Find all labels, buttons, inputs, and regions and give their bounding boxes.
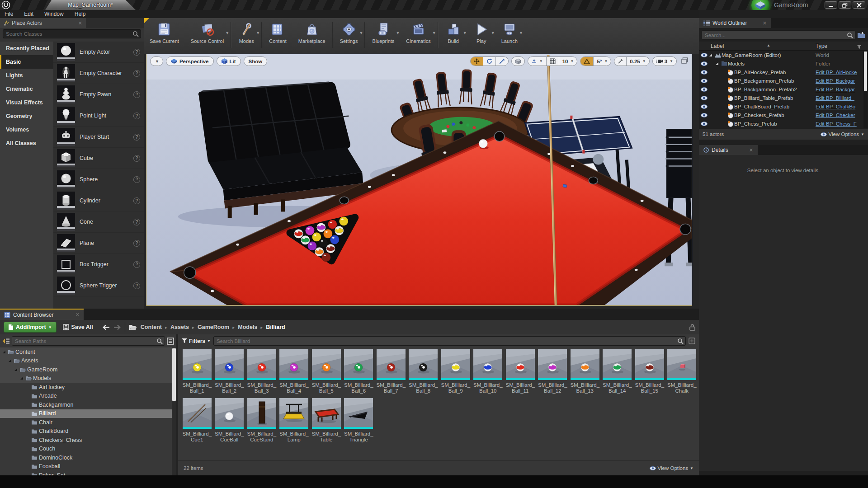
category-lights[interactable]: Lights: [0, 69, 53, 82]
help-icon[interactable]: ?: [133, 91, 140, 98]
visibility-eye-icon[interactable]: [699, 79, 709, 83]
level-tab[interactable]: Map_GameRoom*: [45, 0, 136, 10]
asset-chalk[interactable]: SM_Billiard_Chalk: [666, 349, 698, 394]
place-item-empty-character[interactable]: Empty Character?: [53, 63, 144, 84]
outliner-search-field[interactable]: [702, 30, 855, 40]
asset-ball_3[interactable]: SM_Billiard_Ball_3: [245, 349, 278, 394]
content-button[interactable]: Content: [263, 21, 292, 45]
dropdown-caret-icon[interactable]: ▼: [463, 31, 467, 35]
minimize-button[interactable]: [825, 1, 837, 9]
help-icon[interactable]: ?: [133, 282, 140, 289]
source-control-button[interactable]: Source Control▼: [185, 21, 230, 45]
folder-backgammon[interactable]: Backgammon: [0, 400, 176, 409]
edit-blueprint-link[interactable]: Edit BP_AirHocke: [816, 70, 857, 75]
place-item-cylinder[interactable]: Cylinder?: [53, 190, 144, 211]
asset-ball_14[interactable]: SM_Billiard_Ball_14: [601, 349, 634, 394]
edit-blueprint-link[interactable]: Edit BP_Billiard_: [816, 95, 854, 101]
edit-blueprint-link[interactable]: Edit BP_ChalkBo: [816, 104, 855, 109]
help-icon[interactable]: ?: [133, 197, 140, 204]
category-basic[interactable]: Basic: [0, 55, 53, 69]
viewport-mode-button[interactable]: Perspective: [166, 56, 214, 66]
breadcrumb-content[interactable]: Content: [141, 324, 162, 330]
dropdown-caret-icon[interactable]: ▼: [359, 31, 363, 35]
breadcrumb-billiard[interactable]: Billiard: [266, 324, 285, 330]
view-lit-button[interactable]: Lit: [217, 56, 241, 66]
settings-button[interactable]: Settings▼: [334, 21, 364, 45]
restore-button[interactable]: [839, 1, 851, 9]
expanded-arrow-icon[interactable]: [715, 61, 720, 66]
add-import-button[interactable]: Add/Import▼: [4, 322, 57, 333]
blueprints-button[interactable]: Blueprints▼: [366, 21, 400, 45]
help-icon[interactable]: ?: [133, 134, 140, 141]
grid-snap-value[interactable]: 10▼: [559, 57, 577, 66]
folder-checkers_chess[interactable]: Checkers_Chess: [0, 436, 176, 445]
asset-ball_6[interactable]: SM_Billiard_Ball_6: [343, 349, 375, 394]
close-button[interactable]: [853, 1, 865, 9]
dropdown-caret-icon[interactable]: ▼: [396, 31, 400, 35]
help-icon[interactable]: ?: [133, 261, 140, 268]
outliner-row-map-gameroom-editor-[interactable]: Map_GameRoom (Editor)World: [699, 51, 868, 59]
help-icon[interactable]: ?: [133, 70, 140, 77]
asset-ball_12[interactable]: SM_Billiard_Ball_12: [537, 349, 569, 394]
assets-view-options[interactable]: View Options▼: [650, 465, 693, 471]
folder-chalkboard[interactable]: ChalkBoard: [0, 427, 176, 436]
outliner-row-bp-backgammon-prefab2[interactable]: BP_Backgammon_Prefab2Edit BP_Backgar: [699, 85, 868, 94]
asset-lamp[interactable]: SM_Billiard_Lamp: [278, 398, 311, 443]
folder-arcade[interactable]: Arcade: [0, 392, 176, 401]
asset-ball_1[interactable]: SM_Billiard_Ball_1: [181, 349, 213, 394]
visibility-eye-icon[interactable]: [699, 53, 709, 57]
breadcrumb-assets[interactable]: Assets: [170, 324, 189, 330]
collapse-sources-icon[interactable]: [2, 338, 10, 345]
rotation-snap-toggle[interactable]: [580, 57, 594, 66]
search-assets-field[interactable]: [213, 336, 686, 346]
scale-snap-toggle[interactable]: [614, 57, 627, 66]
help-icon[interactable]: ?: [133, 155, 140, 162]
asset-ball_15[interactable]: SM_Billiard_Ball_15: [633, 349, 666, 394]
help-icon[interactable]: ?: [133, 240, 140, 247]
visibility-eye-icon[interactable]: [699, 96, 709, 100]
viewport[interactable]: ▼ Perspective Lit Show: [146, 54, 692, 306]
lock-icon[interactable]: [689, 324, 695, 331]
folder-foosball[interactable]: Foosball: [0, 462, 176, 471]
play-button[interactable]: Play▼: [467, 21, 495, 45]
visibility-eye-icon[interactable]: [699, 70, 709, 75]
expanded-arrow-icon[interactable]: [19, 376, 24, 380]
category-visual-effects[interactable]: Visual Effects: [0, 96, 53, 109]
menu-edit[interactable]: Edit: [19, 11, 39, 17]
outliner-row-bp-checkers-prefab[interactable]: BP_Checkers_PrefabEdit BP_Checker: [699, 111, 868, 119]
show-flags-button[interactable]: Show: [244, 56, 268, 66]
folder-models[interactable]: Models: [0, 374, 176, 383]
tab-content-browser[interactable]: Content Browser ✕: [0, 309, 84, 320]
asset-ball_4[interactable]: SM_Billiard_Ball_4: [278, 349, 311, 394]
asset-ball_7[interactable]: SM_Billiard_Ball_7: [375, 349, 407, 394]
dropdown-caret-icon[interactable]: ▼: [432, 31, 436, 35]
menu-help[interactable]: Help: [69, 11, 91, 17]
close-tab-icon[interactable]: ✕: [763, 20, 767, 26]
close-tab-icon[interactable]: ✕: [78, 20, 82, 26]
place-item-sphere[interactable]: Sphere?: [53, 169, 144, 190]
asset-ball_11[interactable]: SM_Billiard_Ball_11: [504, 349, 537, 394]
folder-gameroom[interactable]: GameRoom: [0, 365, 176, 374]
outliner-row-bp-airhockey-prefab[interactable]: BP_AirHockey_PrefabEdit BP_AirHocke: [699, 68, 868, 76]
camera-speed-button[interactable]: 3▼: [653, 57, 676, 66]
modes-button[interactable]: Modes▼: [232, 21, 260, 45]
folder-chair[interactable]: Chair: [0, 418, 176, 427]
edit-blueprint-link[interactable]: Edit BP_Backgar: [816, 78, 855, 84]
tab-place-actors[interactable]: Place Actors ✕: [0, 18, 86, 28]
save-current-button[interactable]: Save Current: [144, 21, 185, 45]
scale-tool-button[interactable]: [496, 57, 508, 66]
folder-dominoclock[interactable]: DominoClock: [0, 453, 176, 462]
build-button[interactable]: Build▼: [439, 21, 467, 45]
category-volumes[interactable]: Volumes: [0, 123, 53, 136]
dropdown-caret-icon[interactable]: ▼: [225, 31, 229, 35]
help-icon[interactable]: ?: [133, 49, 140, 56]
place-item-player-start[interactable]: Player Start?: [53, 127, 144, 148]
expanded-arrow-icon[interactable]: [2, 350, 6, 354]
menu-file[interactable]: File: [0, 11, 19, 17]
category-geometry[interactable]: Geometry: [0, 109, 53, 123]
asset-triangle[interactable]: SM_Billiard_Triangle: [343, 398, 375, 443]
category-all-classes[interactable]: All Classes: [0, 136, 53, 150]
dropdown-caret-icon[interactable]: ▼: [519, 31, 523, 35]
search-paths-field[interactable]: [12, 336, 165, 346]
place-item-empty-pawn[interactable]: Empty Pawn?: [53, 84, 144, 105]
